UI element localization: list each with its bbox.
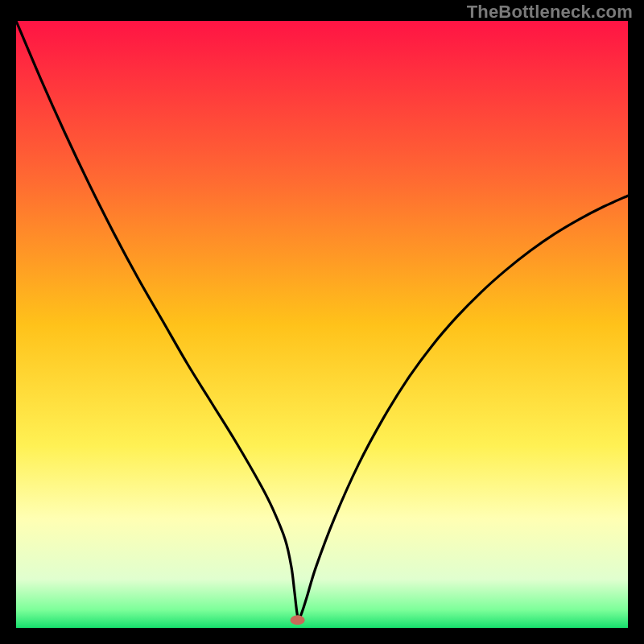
min-marker — [291, 615, 305, 625]
plot-area — [16, 21, 628, 628]
watermark-text: TheBottleneck.com — [467, 2, 633, 23]
gradient-background — [16, 21, 628, 628]
chart-root: TheBottleneck.com — [0, 0, 644, 644]
chart-svg — [16, 21, 628, 628]
